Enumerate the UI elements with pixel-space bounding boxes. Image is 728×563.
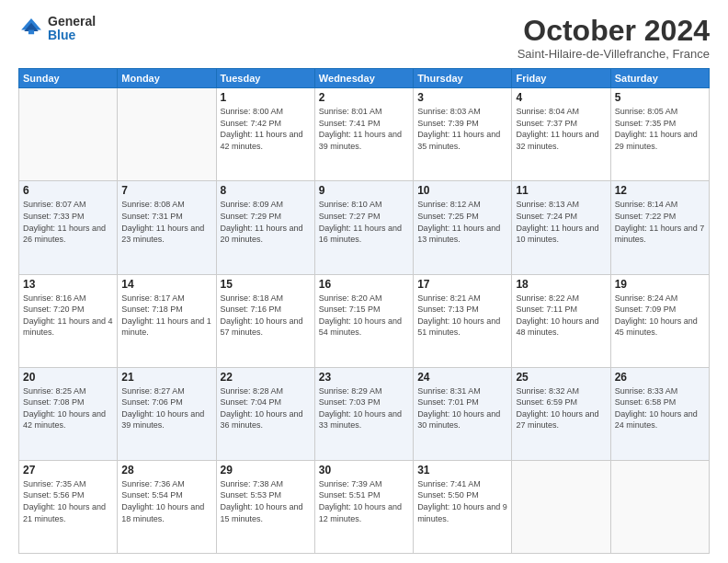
day-info: Sunrise: 8:18 AMSunset: 7:16 PMDaylight:…: [221, 293, 311, 339]
col-sunday: Sunday: [19, 69, 118, 88]
logo-blue-text: Blue: [48, 29, 96, 42]
day-info: Sunrise: 8:07 AMSunset: 7:33 PMDaylight:…: [23, 199, 113, 245]
day-number: 17: [417, 278, 507, 291]
table-row: 27Sunrise: 7:35 AMSunset: 5:56 PMDayligh…: [19, 460, 118, 553]
table-row: 5Sunrise: 8:05 AMSunset: 7:35 PMDaylight…: [610, 88, 709, 181]
day-number: 22: [221, 371, 311, 384]
day-number: 18: [516, 278, 606, 291]
day-number: 14: [121, 278, 211, 291]
logo: General Blue: [18, 15, 96, 43]
day-info: Sunrise: 8:13 AMSunset: 7:24 PMDaylight:…: [516, 199, 606, 245]
day-info: Sunrise: 8:12 AMSunset: 7:25 PMDaylight:…: [417, 199, 507, 245]
svg-rect-2: [28, 30, 34, 35]
day-info: Sunrise: 8:05 AMSunset: 7:35 PMDaylight:…: [615, 106, 705, 152]
title-block: October 2024 Saint-Hilaire-de-Villefranc…: [518, 15, 710, 61]
day-number: 12: [615, 184, 705, 197]
calendar-week-row: 6Sunrise: 8:07 AMSunset: 7:33 PMDaylight…: [19, 181, 710, 274]
day-number: 31: [417, 464, 507, 477]
table-row: 10Sunrise: 8:12 AMSunset: 7:25 PMDayligh…: [414, 181, 512, 274]
table-row: 7Sunrise: 8:08 AMSunset: 7:31 PMDaylight…: [118, 181, 216, 274]
day-info: Sunrise: 8:08 AMSunset: 7:31 PMDaylight:…: [121, 199, 211, 245]
table-row: 30Sunrise: 7:39 AMSunset: 5:51 PMDayligh…: [314, 460, 413, 553]
logo-text: General Blue: [48, 15, 96, 43]
month-title: October 2024: [518, 15, 710, 47]
col-saturday: Saturday: [610, 69, 709, 88]
day-number: 20: [23, 371, 113, 384]
table-row: 15Sunrise: 8:18 AMSunset: 7:16 PMDayligh…: [216, 274, 314, 367]
day-info: Sunrise: 8:21 AMSunset: 7:13 PMDaylight:…: [417, 293, 507, 339]
table-row: 20Sunrise: 8:25 AMSunset: 7:08 PMDayligh…: [19, 367, 118, 460]
logo-general-text: General: [48, 15, 96, 29]
calendar-week-row: 13Sunrise: 8:16 AMSunset: 7:20 PMDayligh…: [19, 274, 710, 367]
day-info: Sunrise: 8:24 AMSunset: 7:09 PMDaylight:…: [615, 293, 705, 339]
table-row: 24Sunrise: 8:31 AMSunset: 7:01 PMDayligh…: [414, 367, 512, 460]
day-info: Sunrise: 8:29 AMSunset: 7:03 PMDaylight:…: [319, 385, 409, 431]
table-row: 26Sunrise: 8:33 AMSunset: 6:58 PMDayligh…: [610, 367, 709, 460]
day-number: 25: [516, 371, 606, 384]
table-row: 17Sunrise: 8:21 AMSunset: 7:13 PMDayligh…: [414, 274, 512, 367]
day-number: 30: [319, 464, 409, 477]
table-row: 28Sunrise: 7:36 AMSunset: 5:54 PMDayligh…: [118, 460, 216, 553]
day-number: 24: [417, 371, 507, 384]
table-row: 4Sunrise: 8:04 AMSunset: 7:37 PMDaylight…: [512, 88, 610, 181]
table-row: 6Sunrise: 8:07 AMSunset: 7:33 PMDaylight…: [19, 181, 118, 274]
day-number: 28: [121, 464, 211, 477]
table-row: 9Sunrise: 8:10 AMSunset: 7:27 PMDaylight…: [314, 181, 413, 274]
day-info: Sunrise: 7:36 AMSunset: 5:54 PMDaylight:…: [121, 478, 211, 524]
day-number: 5: [615, 91, 705, 104]
day-number: 3: [417, 91, 507, 104]
day-info: Sunrise: 8:04 AMSunset: 7:37 PMDaylight:…: [516, 106, 606, 152]
table-row: 13Sunrise: 8:16 AMSunset: 7:20 PMDayligh…: [19, 274, 118, 367]
location: Saint-Hilaire-de-Villefranche, France: [518, 47, 710, 61]
day-info: Sunrise: 8:28 AMSunset: 7:04 PMDaylight:…: [221, 385, 311, 431]
table-row: 12Sunrise: 8:14 AMSunset: 7:22 PMDayligh…: [610, 181, 709, 274]
table-row: [118, 88, 216, 181]
header: General Blue October 2024 Saint-Hilaire-…: [18, 15, 710, 61]
day-info: Sunrise: 8:27 AMSunset: 7:06 PMDaylight:…: [121, 385, 211, 431]
day-number: 4: [516, 91, 606, 104]
day-info: Sunrise: 8:09 AMSunset: 7:29 PMDaylight:…: [221, 199, 311, 245]
day-info: Sunrise: 8:14 AMSunset: 7:22 PMDaylight:…: [615, 199, 705, 245]
day-number: 29: [221, 464, 311, 477]
calendar-table: Sunday Monday Tuesday Wednesday Thursday…: [18, 68, 710, 554]
table-row: 25Sunrise: 8:32 AMSunset: 6:59 PMDayligh…: [512, 367, 610, 460]
day-info: Sunrise: 8:25 AMSunset: 7:08 PMDaylight:…: [23, 385, 113, 431]
day-info: Sunrise: 8:33 AMSunset: 6:58 PMDaylight:…: [615, 385, 705, 431]
table-row: 1Sunrise: 8:00 AMSunset: 7:42 PMDaylight…: [216, 88, 314, 181]
table-row: [610, 460, 709, 553]
day-info: Sunrise: 8:17 AMSunset: 7:18 PMDaylight:…: [121, 293, 211, 339]
table-row: [512, 460, 610, 553]
day-info: Sunrise: 8:10 AMSunset: 7:27 PMDaylight:…: [319, 199, 409, 245]
calendar-header-row: Sunday Monday Tuesday Wednesday Thursday…: [19, 69, 710, 88]
day-number: 16: [319, 278, 409, 291]
day-number: 9: [319, 184, 409, 197]
day-number: 19: [615, 278, 705, 291]
col-monday: Monday: [118, 69, 216, 88]
day-info: Sunrise: 8:00 AMSunset: 7:42 PMDaylight:…: [221, 106, 311, 152]
day-number: 2: [319, 91, 409, 104]
table-row: 14Sunrise: 8:17 AMSunset: 7:18 PMDayligh…: [118, 274, 216, 367]
day-number: 1: [221, 91, 311, 104]
day-number: 21: [121, 371, 211, 384]
day-number: 26: [615, 371, 705, 384]
day-info: Sunrise: 8:20 AMSunset: 7:15 PMDaylight:…: [319, 293, 409, 339]
table-row: 2Sunrise: 8:01 AMSunset: 7:41 PMDaylight…: [314, 88, 413, 181]
col-tuesday: Tuesday: [216, 69, 314, 88]
day-number: 27: [23, 464, 113, 477]
logo-icon: [18, 16, 44, 41]
table-row: 21Sunrise: 8:27 AMSunset: 7:06 PMDayligh…: [118, 367, 216, 460]
day-number: 7: [121, 184, 211, 197]
table-row: 22Sunrise: 8:28 AMSunset: 7:04 PMDayligh…: [216, 367, 314, 460]
day-info: Sunrise: 7:38 AMSunset: 5:53 PMDaylight:…: [221, 478, 311, 524]
col-wednesday: Wednesday: [314, 69, 413, 88]
col-friday: Friday: [512, 69, 610, 88]
calendar-week-row: 1Sunrise: 8:00 AMSunset: 7:42 PMDaylight…: [19, 88, 710, 181]
calendar-week-row: 27Sunrise: 7:35 AMSunset: 5:56 PMDayligh…: [19, 460, 710, 553]
page: General Blue October 2024 Saint-Hilaire-…: [0, 0, 728, 563]
day-info: Sunrise: 7:39 AMSunset: 5:51 PMDaylight:…: [319, 478, 409, 524]
day-number: 8: [221, 184, 311, 197]
day-info: Sunrise: 7:35 AMSunset: 5:56 PMDaylight:…: [23, 478, 113, 524]
day-number: 10: [417, 184, 507, 197]
day-info: Sunrise: 8:01 AMSunset: 7:41 PMDaylight:…: [319, 106, 409, 152]
day-number: 23: [319, 371, 409, 384]
